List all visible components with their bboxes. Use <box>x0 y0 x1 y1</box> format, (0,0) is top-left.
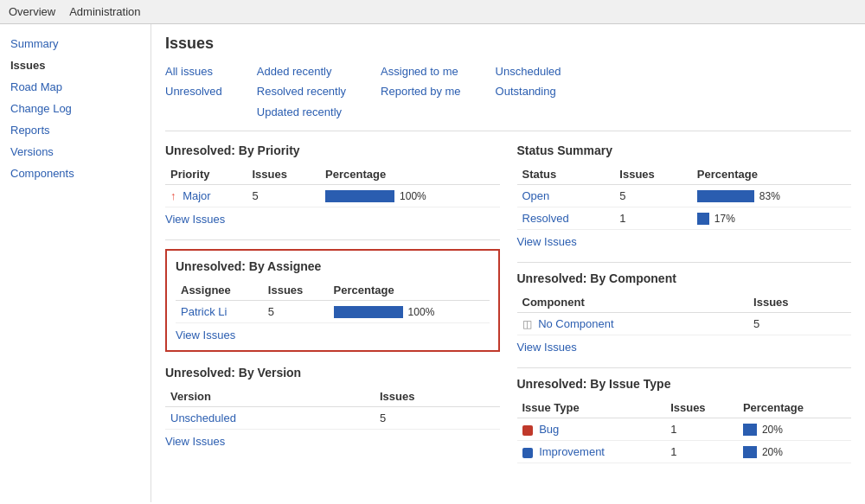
link-unresolved[interactable]: Unresolved <box>165 81 222 101</box>
status-open-cell: Open <box>517 185 615 207</box>
nav-administration[interactable]: Administration <box>69 5 140 18</box>
unresolved-by-component-table: Component Issues ◫ No Component 5 <box>517 292 852 335</box>
version-cell: Unscheduled <box>165 407 375 430</box>
sidebar-item-components[interactable]: Components <box>0 163 151 184</box>
link-unscheduled[interactable]: Unscheduled <box>496 61 561 81</box>
nav-overview[interactable]: Overview <box>9 5 55 18</box>
major-priority-icon: ↑ <box>170 189 176 202</box>
bug-percentage-label: 20% <box>762 424 783 436</box>
bug-percentage-cell: 20% <box>738 418 851 441</box>
sidebar-item-reports[interactable]: Reports <box>0 119 151 141</box>
link-reported-by-me[interactable]: Reported by me <box>381 81 461 101</box>
status-summary-table: Status Issues Percentage Open 5 <box>517 164 852 230</box>
component-cell: ◫ No Component <box>517 313 749 335</box>
view-issues-component-link[interactable]: View Issues <box>517 341 577 354</box>
unresolved-by-version-title: Unresolved: By Version <box>165 366 500 380</box>
resolved-progress-bar <box>697 213 709 225</box>
improvement-type-cell: Improvement <box>517 441 666 463</box>
status-open-percentage-cell: 83% <box>692 185 851 207</box>
top-nav: Overview Administration <box>0 0 865 24</box>
status-percentage-col-header: Percentage <box>692 164 851 185</box>
link-assigned-to-me[interactable]: Assigned to me <box>381 61 461 81</box>
improvement-issues-cell: 1 <box>665 441 738 463</box>
table-row: Bug 1 20% <box>517 418 852 441</box>
bug-type-link[interactable]: Bug <box>539 423 559 436</box>
sidebar-item-roadmap[interactable]: Road Map <box>0 76 151 98</box>
open-progress-bar <box>697 190 754 202</box>
page-title: Issues <box>165 35 851 53</box>
issue-type-percentage-col-header: Percentage <box>738 398 851 418</box>
version-link[interactable]: Unscheduled <box>170 411 236 424</box>
quick-links-col1: All issues Unresolved <box>165 61 222 122</box>
improvement-type-link[interactable]: Improvement <box>539 445 605 458</box>
status-issues-col-header: Issues <box>614 164 691 185</box>
unresolved-by-priority-title: Unresolved: By Priority <box>165 144 500 157</box>
view-issues-assignee-link[interactable]: View Issues <box>176 329 235 341</box>
unresolved-by-version-section: Unresolved: By Version Version Issues <box>165 366 500 448</box>
left-column: Unresolved: By Priority Priority Issues … <box>165 144 500 477</box>
quick-links-col4: Unscheduled Outstanding <box>496 61 561 122</box>
resolved-status-link[interactable]: Resolved <box>522 212 569 225</box>
table-row: Patrick Li 5 100% <box>176 301 490 323</box>
unresolved-by-assignee-table: Assignee Issues Percentage Patrick Li 5 <box>176 280 490 323</box>
priority-cell: ↑ Major <box>165 185 247 207</box>
unresolved-by-component-title: Unresolved: By Component <box>517 271 852 285</box>
sidebar-item-issues[interactable]: Issues <box>0 54 151 76</box>
percentage-cell: 100% <box>320 185 499 207</box>
issues-count-cell: 5 <box>247 185 321 207</box>
view-issues-priority-link[interactable]: View Issues <box>165 213 225 226</box>
assignee-col-header: Assignee <box>176 280 263 301</box>
issue-type-col-header: Issue Type <box>517 398 666 418</box>
table-row: ◫ No Component 5 <box>517 313 852 335</box>
link-all-issues[interactable]: All issues <box>165 61 222 81</box>
version-issues-cell: 5 <box>375 407 500 430</box>
bug-progress-bar <box>743 424 757 436</box>
unresolved-by-assignee-title: Unresolved: By Assignee <box>176 259 490 273</box>
bug-type-cell: Bug <box>517 418 666 441</box>
link-updated-recently[interactable]: Updated recently <box>257 102 346 122</box>
assignee-link[interactable]: Patrick Li <box>181 305 227 318</box>
component-col-header: Component <box>517 292 749 313</box>
unresolved-by-priority-table: Priority Issues Percentage ↑ Major <box>165 164 500 207</box>
link-outstanding[interactable]: Outstanding <box>496 81 561 101</box>
assignee-progress-bar <box>334 306 403 318</box>
sidebar: Summary Issues Road Map Change Log Repor… <box>0 24 151 502</box>
status-summary-title: Status Summary <box>517 144 852 157</box>
resolved-bar-container: 17% <box>697 213 846 225</box>
link-added-recently[interactable]: Added recently <box>257 61 346 81</box>
major-priority-link[interactable]: Major <box>183 189 211 202</box>
percentage-label: 100% <box>400 190 426 202</box>
improvement-progress-bar <box>743 446 757 458</box>
table-row: Unscheduled 5 <box>165 407 500 430</box>
component-icon: ◫ <box>522 318 532 330</box>
status-summary-section: Status Summary Status Issues Percentage <box>517 144 852 248</box>
issues-col-header2: Issues <box>263 280 329 301</box>
unresolved-by-issue-type-table: Issue Type Issues Percentage Bug <box>517 398 852 463</box>
quick-links-col2: Added recently Resolved recently Updated… <box>257 61 346 122</box>
status-resolved-percentage-cell: 17% <box>692 207 851 230</box>
main-content: Issues All issues Unresolved Added recen… <box>151 24 865 502</box>
view-issues-version-link[interactable]: View Issues <box>165 435 225 448</box>
status-resolved-cell: Resolved <box>517 207 615 230</box>
sidebar-item-versions[interactable]: Versions <box>0 141 151 163</box>
bug-icon <box>522 425 533 436</box>
open-bar-container: 83% <box>697 190 846 202</box>
quick-links: All issues Unresolved Added recently Res… <box>165 61 851 131</box>
component-issues-col-header: Issues <box>748 292 851 313</box>
version-col-header: Version <box>165 386 375 407</box>
unresolved-by-priority-section: Unresolved: By Priority Priority Issues … <box>165 144 500 226</box>
assignee-issues-cell: 5 <box>263 301 329 323</box>
link-resolved-recently[interactable]: Resolved recently <box>257 81 346 101</box>
component-link[interactable]: No Component <box>538 317 613 330</box>
open-status-link[interactable]: Open <box>522 189 550 202</box>
progress-bar <box>325 190 394 202</box>
sidebar-item-changelog[interactable]: Change Log <box>0 98 151 119</box>
priority-col-header: Priority <box>165 164 247 185</box>
view-issues-status-link[interactable]: View Issues <box>517 235 577 248</box>
version-issues-col-header: Issues <box>375 386 500 407</box>
sidebar-item-summary[interactable]: Summary <box>0 33 151 54</box>
right-column: Status Summary Status Issues Percentage <box>517 144 852 477</box>
unresolved-by-issue-type-section: Unresolved: By Issue Type Issue Type Iss… <box>517 377 852 463</box>
open-percentage-label: 83% <box>759 190 780 202</box>
assignee-percentage-label: 100% <box>408 306 435 318</box>
